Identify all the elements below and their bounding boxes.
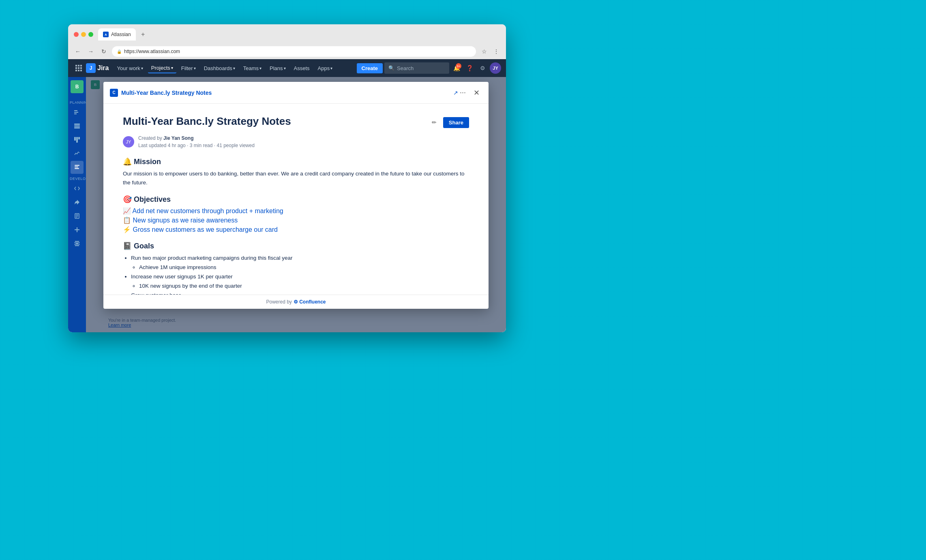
svg-rect-3 bbox=[75, 67, 77, 69]
svg-rect-0 bbox=[75, 65, 77, 66]
reload-button[interactable]: ↻ bbox=[99, 47, 109, 56]
minimize-traffic-light[interactable] bbox=[81, 32, 86, 37]
doc-meta-line2: Last updated 4 hr ago · 3 min read · 41 … bbox=[138, 142, 255, 149]
sidebar-item-reports[interactable] bbox=[71, 147, 84, 160]
chevron-down-icon: ▾ bbox=[259, 66, 262, 71]
nav-dashboards[interactable]: Dashboards ▾ bbox=[201, 64, 238, 73]
chevron-down-icon: ▾ bbox=[330, 66, 332, 71]
svg-rect-8 bbox=[80, 70, 82, 71]
user-avatar[interactable]: JY bbox=[490, 62, 501, 74]
more-button[interactable]: ⋮ bbox=[491, 47, 501, 56]
browser-tab[interactable]: A Atlassian bbox=[98, 28, 136, 41]
sidebar-project-icon[interactable]: B bbox=[71, 80, 84, 93]
sidebar-item-project-settings[interactable] bbox=[71, 237, 84, 250]
list-item: Increase new user signups 1K per quarter… bbox=[131, 272, 469, 291]
svg-rect-13 bbox=[74, 126, 80, 127]
svg-rect-16 bbox=[76, 137, 78, 143]
obj-icon-3: ⚡ bbox=[123, 226, 131, 233]
objectives-links: 📈 Add net new customers through product … bbox=[123, 207, 469, 233]
address-bar[interactable]: 🔒 https://www.atlassian.com bbox=[112, 46, 476, 57]
modal-body[interactable]: Multi-Year Banc.ly Strategy Notes ✏ Shar… bbox=[103, 104, 489, 295]
sidebar-item-issues[interactable] bbox=[71, 161, 84, 174]
goals-list: Run two major product marketing campaign… bbox=[131, 254, 469, 295]
share-button[interactable]: Share bbox=[443, 117, 469, 128]
chevron-down-icon: ▾ bbox=[284, 66, 286, 71]
sidebar-item-code[interactable] bbox=[71, 182, 84, 195]
list-item: Achieve 1M unique impressions bbox=[139, 263, 469, 272]
edit-button[interactable]: ✏ bbox=[429, 117, 440, 128]
sidebar-item-pages[interactable] bbox=[71, 209, 84, 222]
chevron-down-icon: ▾ bbox=[233, 66, 235, 71]
modal-header: C Multi-Year Banc.ly Strategy Notes ↗ ··… bbox=[103, 82, 489, 104]
nav-apps[interactable]: Apps ▾ bbox=[315, 64, 336, 73]
objective-link-2[interactable]: New signups as we raise awareness bbox=[133, 217, 238, 224]
browser-titlebar: A Atlassian + bbox=[68, 24, 506, 44]
strategy-notes-modal: C Multi-Year Banc.ly Strategy Notes ↗ ··… bbox=[103, 82, 489, 309]
jira-logo-icon: J bbox=[86, 63, 96, 73]
browser-toolbar: ← → ↻ 🔒 https://www.atlassian.com ☆ ⋮ bbox=[68, 44, 506, 59]
svg-rect-2 bbox=[80, 65, 82, 66]
more-options-button[interactable]: ··· bbox=[458, 87, 467, 98]
objectives-icon: 🎯 bbox=[123, 195, 132, 203]
svg-rect-19 bbox=[75, 167, 78, 167]
search-bar[interactable]: 🔍 Search bbox=[384, 62, 449, 74]
close-traffic-light[interactable] bbox=[74, 32, 79, 37]
sidebar-item-add[interactable] bbox=[71, 223, 84, 236]
svg-rect-14 bbox=[74, 127, 80, 128]
nav-teams[interactable]: Teams ▾ bbox=[240, 64, 265, 73]
svg-rect-6 bbox=[75, 70, 77, 71]
browser-window: A Atlassian + ← → ↻ 🔒 https://www.atlass… bbox=[68, 24, 506, 332]
obj-icon-1: 📈 bbox=[123, 207, 131, 214]
sidebar-item-roadmap[interactable] bbox=[71, 106, 84, 119]
help-button[interactable]: ❓ bbox=[464, 62, 475, 74]
close-modal-button[interactable]: ✕ bbox=[471, 87, 482, 98]
external-link-icon[interactable]: ↗ bbox=[453, 90, 458, 96]
modal-wrapper: C Multi-Year Banc.ly Strategy Notes ↗ ··… bbox=[86, 77, 506, 332]
objective-link-1[interactable]: Add net new customers through product + … bbox=[133, 207, 283, 214]
sidebar: B PLANNING DEVELOP bbox=[68, 77, 86, 332]
lock-icon: 🔒 bbox=[117, 49, 122, 54]
sidebar-item-releases[interactable] bbox=[71, 196, 84, 209]
doc-title: Multi-Year Banc.ly Strategy Notes bbox=[123, 115, 291, 128]
svg-rect-12 bbox=[74, 124, 80, 125]
svg-rect-15 bbox=[74, 137, 76, 141]
back-button[interactable]: ← bbox=[73, 47, 83, 56]
notifications-button[interactable]: 🔔 9+ bbox=[451, 62, 462, 74]
page-content: B S... C Multi-Year Banc.ly Strategy Not… bbox=[86, 77, 506, 332]
author-prefix: Created by bbox=[138, 135, 163, 141]
nav-projects[interactable]: Projects ▾ bbox=[148, 63, 176, 73]
nav-filter[interactable]: Filter ▾ bbox=[178, 64, 199, 73]
chevron-down-icon: ▾ bbox=[171, 66, 173, 70]
search-icon: 🔍 bbox=[388, 65, 394, 71]
modal-header-icon: C bbox=[110, 89, 118, 97]
jira-logo[interactable]: J Jira bbox=[86, 63, 109, 73]
url-text: https://www.atlassian.com bbox=[124, 49, 180, 54]
objective-link-3[interactable]: Gross new customers as we supercharge ou… bbox=[133, 226, 277, 233]
sidebar-item-board[interactable] bbox=[71, 133, 84, 146]
forward-button[interactable]: → bbox=[86, 47, 96, 56]
nav-assets[interactable]: Assets bbox=[291, 64, 313, 73]
author-avatar: JY bbox=[123, 136, 134, 147]
nav-your-work[interactable]: Your work ▾ bbox=[114, 64, 146, 73]
mission-section: 🔔 Mission Our mission is to empower user… bbox=[123, 157, 469, 187]
list-item: Grow customer base Double our total acti… bbox=[131, 291, 469, 295]
sidebar-item-backlog[interactable] bbox=[71, 120, 84, 133]
goals-sublist: 10K new signups by the end of the quarte… bbox=[139, 282, 469, 291]
settings-button[interactable]: ⚙ bbox=[477, 62, 488, 74]
tab-bar: A Atlassian + bbox=[98, 28, 149, 41]
bookmark-button[interactable]: ☆ bbox=[479, 47, 489, 56]
svg-rect-11 bbox=[74, 113, 77, 114]
main-area: B PLANNING DEVELOP bbox=[68, 77, 506, 332]
powered-by-text: Powered by bbox=[266, 299, 292, 305]
svg-rect-10 bbox=[74, 112, 78, 113]
new-tab-button[interactable]: + bbox=[137, 29, 149, 40]
jira-logo-text: Jira bbox=[97, 64, 109, 72]
mission-icon: 🔔 bbox=[123, 158, 132, 166]
nav-plans[interactable]: Plans ▾ bbox=[266, 64, 289, 73]
modal-header-title: Multi-Year Banc.ly Strategy Notes bbox=[121, 90, 452, 96]
create-button[interactable]: Create bbox=[357, 63, 383, 73]
browser-chrome: A Atlassian + ← → ↻ 🔒 https://www.atlass… bbox=[68, 24, 506, 59]
goals-sublist: Achieve 1M unique impressions bbox=[139, 263, 469, 272]
grid-icon[interactable] bbox=[73, 62, 84, 74]
maximize-traffic-light[interactable] bbox=[88, 32, 93, 37]
